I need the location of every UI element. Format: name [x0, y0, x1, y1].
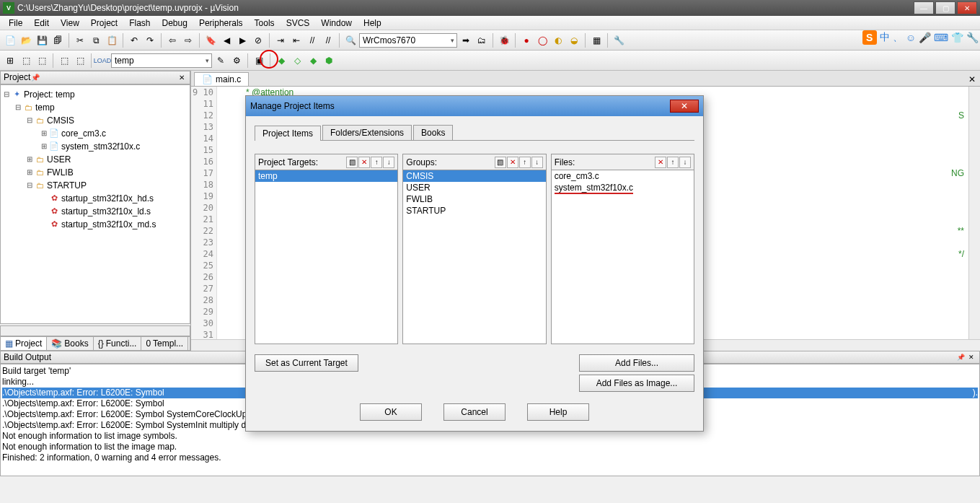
breakpoint-disable-icon[interactable]: ◐	[551, 33, 565, 48]
add-files-button[interactable]: Add Files...	[579, 354, 694, 372]
menu-debug[interactable]: Debug	[156, 17, 193, 30]
menu-tools[interactable]: Tools	[249, 17, 281, 30]
ime-emoji-icon[interactable]: ☺	[906, 32, 916, 43]
bookmark-prev-icon[interactable]: ◀	[219, 33, 234, 48]
tree-group-user[interactable]: USER	[47, 154, 71, 165]
groups-list[interactable]: CMSIS USER FWLIB STARTUP	[402, 170, 546, 344]
project-tree[interactable]: ⊟✦Project: temp ⊟🗀temp ⊟🗀CMSIS ⊞📄core_cm…	[0, 84, 190, 324]
ime-keyboard-icon[interactable]: ⌨	[934, 32, 948, 43]
menu-flash[interactable]: Flash	[123, 17, 156, 30]
tree-group-startup[interactable]: STARTUP	[47, 180, 87, 191]
open-icon[interactable]: 📂	[19, 33, 33, 48]
tree-hscroll[interactable]	[0, 325, 190, 336]
move-up-icon[interactable]: ↑	[371, 157, 382, 168]
paste-icon[interactable]: 📋	[105, 33, 119, 48]
target-options-icon[interactable]: ✎	[213, 53, 228, 68]
rte-icon2[interactable]: ◆	[306, 53, 320, 68]
new-group-icon[interactable]: ▧	[495, 157, 506, 168]
files-list[interactable]: core_cm3.c system_stm32f10x.c	[551, 170, 694, 344]
minimize-button[interactable]: —	[914, 1, 934, 14]
pin-icon[interactable]: 📌	[955, 352, 966, 362]
configure-icon[interactable]: 🔧	[612, 33, 626, 48]
menu-window[interactable]: Window	[315, 17, 358, 30]
editor-vscroll[interactable]	[968, 87, 980, 339]
move-down-icon[interactable]: ↓	[679, 157, 691, 168]
ime-cn-icon[interactable]: 中	[880, 31, 890, 44]
build-icon[interactable]: ⬚	[19, 53, 33, 68]
list-item[interactable]: CMSIS	[403, 170, 545, 182]
uncomment-icon[interactable]: //	[321, 33, 335, 48]
rte-icon1[interactable]: ◇	[290, 53, 304, 68]
tree-group-fwlib[interactable]: FWLIB	[47, 167, 74, 178]
maximize-button[interactable]: ▢	[935, 1, 955, 14]
side-tab-functions[interactable]: {}Functi...	[94, 337, 142, 350]
dialog-close-icon[interactable]: ✕	[670, 100, 699, 113]
move-up-icon[interactable]: ↑	[667, 157, 679, 168]
targets-list[interactable]: temp	[255, 170, 398, 344]
nav-fwd-icon[interactable]: ⇨	[181, 33, 195, 48]
list-item[interactable]: core_cm3.c	[552, 170, 694, 182]
window-layout-icon[interactable]: ▦	[589, 33, 604, 48]
bookmark-clear-icon[interactable]: ⊘	[251, 33, 265, 48]
ime-mic-icon[interactable]: 🎤	[919, 32, 931, 43]
sogou-logo-icon[interactable]: S	[862, 30, 877, 45]
list-item[interactable]: USER	[403, 182, 545, 193]
debug-icon[interactable]: 🐞	[497, 33, 511, 48]
tree-file[interactable]: startup_stm32f10x_hd.s	[61, 193, 154, 204]
tree-target[interactable]: temp	[35, 102, 55, 113]
menu-edit[interactable]: Edit	[28, 17, 55, 30]
bookmark-next-icon[interactable]: ▶	[235, 33, 250, 48]
menu-file[interactable]: File	[3, 17, 28, 30]
ime-punct-icon[interactable]: 、	[893, 31, 903, 44]
tree-project-root[interactable]: Project: temp	[24, 89, 75, 100]
translate-icon[interactable]: ⊞	[3, 53, 17, 68]
delete-group-icon[interactable]: ✕	[507, 157, 518, 168]
target-combo[interactable]: temp	[111, 53, 212, 68]
breakpoint-kill-icon[interactable]: ◒	[567, 33, 581, 48]
dialog-tab-project-items[interactable]: Project Items	[255, 126, 321, 141]
menu-svcs[interactable]: SVCS	[281, 17, 316, 30]
side-tab-project[interactable]: ▦Project	[1, 337, 47, 350]
tree-group-cmsis[interactable]: CMSIS	[47, 115, 74, 126]
set-current-target-button[interactable]: Set as Current Target	[255, 354, 358, 372]
ok-button[interactable]: OK	[360, 403, 422, 421]
tree-file[interactable]: core_cm3.c	[61, 128, 106, 139]
tree-file[interactable]: system_stm32f10x.c	[61, 141, 140, 152]
dialog-tab-books[interactable]: Books	[413, 125, 453, 140]
list-item[interactable]: FWLIB	[403, 193, 545, 205]
help-button[interactable]: Help	[527, 403, 589, 421]
list-item[interactable]: temp	[255, 170, 397, 182]
download-icon[interactable]: LOAD	[95, 53, 110, 68]
manage-project-items-icon[interactable]: ▣	[252, 53, 266, 68]
new-icon[interactable]: 📄	[3, 33, 17, 48]
save-all-icon[interactable]: 🗐	[50, 33, 65, 48]
stop-build-icon[interactable]: ⬚	[73, 53, 87, 68]
menu-peripherals[interactable]: Peripherals	[193, 17, 249, 30]
save-icon[interactable]: 💾	[35, 33, 49, 48]
tree-file[interactable]: startup_stm32f10x_md.s	[61, 219, 156, 229]
file-ext-icon[interactable]: ⚙	[229, 53, 244, 68]
copy-icon[interactable]: ⧉	[89, 33, 103, 48]
breakpoint-insert-icon[interactable]: ●	[519, 33, 534, 48]
ime-tool-icon[interactable]: 🔧	[966, 32, 979, 43]
breakpoint-enable-icon[interactable]: ◯	[535, 33, 549, 48]
tree-file[interactable]: startup_stm32f10x_ld.s	[61, 206, 151, 216]
dialog-titlebar[interactable]: Manage Project Items ✕	[246, 96, 703, 116]
books-icon[interactable]: ◆	[274, 53, 288, 68]
rebuild-icon[interactable]: ⬚	[35, 53, 49, 68]
find-next-icon[interactable]: ➡	[459, 33, 473, 48]
undo-icon[interactable]: ↶	[127, 33, 141, 48]
indent-icon[interactable]: ⇥	[273, 33, 288, 48]
bookmark-icon[interactable]: 🔖	[203, 33, 218, 48]
panel-close-icon[interactable]: ✕	[177, 72, 187, 82]
nav-back-icon[interactable]: ⇦	[165, 33, 180, 48]
packs-icon[interactable]: ⬢	[322, 53, 336, 68]
side-tab-books[interactable]: 📚Books	[47, 337, 93, 350]
add-files-as-image-button[interactable]: Add Files as Image...	[579, 375, 694, 392]
cancel-button[interactable]: Cancel	[443, 403, 506, 421]
side-tab-templates[interactable]: 0Templ...	[141, 337, 188, 350]
pin-icon[interactable]: 📌	[30, 72, 40, 82]
menu-view[interactable]: View	[55, 17, 85, 30]
delete-file-icon[interactable]: ✕	[655, 157, 666, 168]
menu-help[interactable]: Help	[358, 17, 387, 30]
